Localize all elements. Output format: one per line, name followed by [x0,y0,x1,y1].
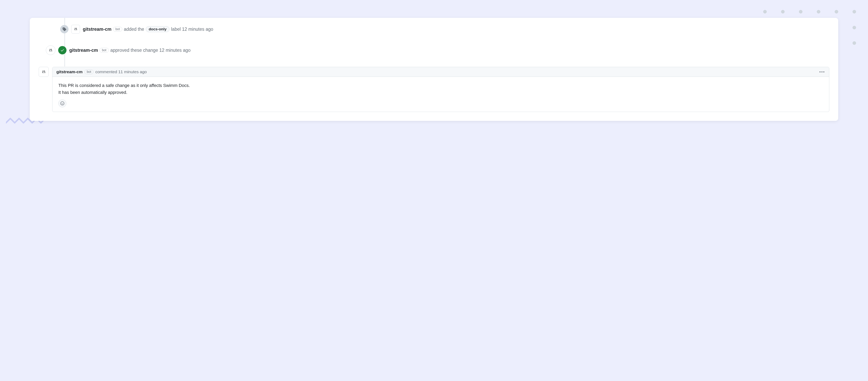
event-text: gitstream-cm bot added the docs-only lab… [83,26,213,32]
actor-avatar[interactable]: /:\ [39,67,49,77]
event-text-before: added the [124,27,144,32]
bot-badge: bot [84,69,94,74]
bot-badge: bot [113,27,122,32]
check-icon [58,46,66,54]
timeline-event-label-added: /:\ gitstream-cm bot added the docs-only… [60,25,829,34]
comment-actions-menu[interactable]: ••• [819,70,825,74]
actor-avatar[interactable]: /:\ [71,25,80,34]
add-reaction-button[interactable] [58,99,66,107]
comment-line-2: It has been automatically approved. [58,89,823,96]
bot-badge: bot [99,48,108,53]
actor-avatar[interactable]: /:\ [46,45,55,55]
timeline-event-approved: /:\ gitstream-cm bot approved these chan… [46,45,829,55]
pr-timeline-card: /:\ gitstream-cm bot added the docs-only… [30,18,838,121]
decoration-dots-row [763,10,856,13]
label-docs-only[interactable]: docs-only [146,26,169,32]
comment-body: This PR is considered a safe change as i… [53,77,829,112]
event-text-after: label 12 minutes ago [171,27,213,32]
comment-meta: commented 11 minutes ago [95,69,147,74]
actor-name[interactable]: gitstream-cm [69,47,98,53]
event-text-body: approved these change 12 minutes ago [111,47,191,53]
timeline-comment: /:\ gitstream-cm bot commented 11 minute… [39,67,829,112]
smiley-icon [60,101,64,105]
tag-icon [60,25,68,33]
decoration-dots-col [852,26,856,45]
event-text: gitstream-cm bot approved these change 1… [69,47,191,53]
comment-box: gitstream-cm bot commented 11 minutes ag… [52,67,829,112]
comment-header: gitstream-cm bot commented 11 minutes ag… [53,67,829,77]
comment-line-1: This PR is considered a safe change as i… [58,82,823,89]
actor-name[interactable]: gitstream-cm [83,27,112,32]
actor-name[interactable]: gitstream-cm [56,69,83,74]
